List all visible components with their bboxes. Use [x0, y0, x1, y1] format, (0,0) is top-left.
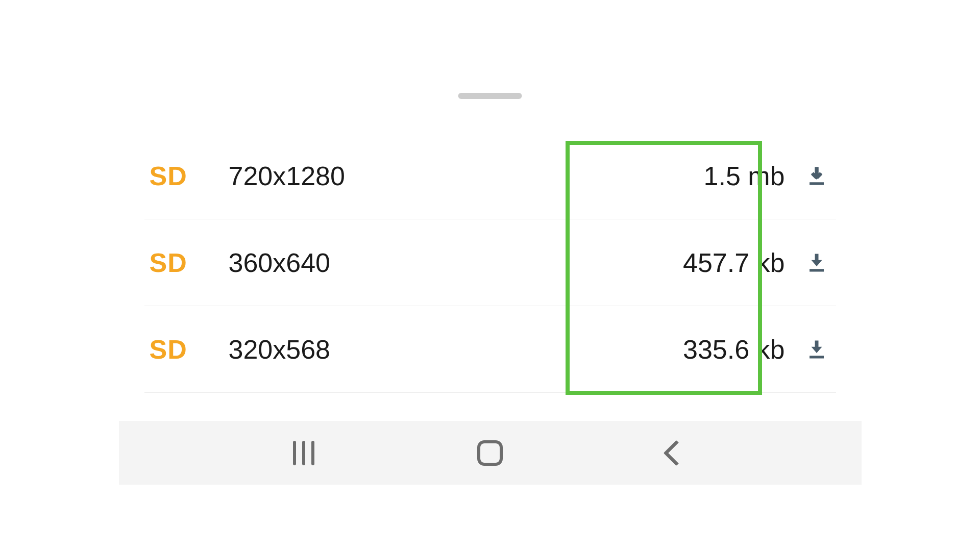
drag-handle[interactable]: [458, 93, 522, 99]
quality-badge: SD: [150, 161, 229, 191]
file-size-label: 1.5 mb: [704, 161, 785, 191]
svg-rect-5: [810, 269, 824, 271]
resolution-label: 320x568: [229, 334, 683, 365]
svg-rect-7: [815, 340, 819, 348]
svg-rect-2: [810, 182, 824, 185]
quality-badge: SD: [150, 334, 229, 365]
home-icon: [477, 440, 503, 466]
download-options-list: SD 720x1280 1.5 mb SD 360x640 457.7 kb: [119, 133, 862, 393]
file-size-label: 457.7 kb: [683, 247, 785, 278]
bottom-sheet-panel: SD 720x1280 1.5 mb SD 360x640 457.7 kb: [119, 66, 862, 485]
back-icon: [664, 440, 690, 466]
svg-rect-1: [815, 167, 819, 175]
recents-button[interactable]: [278, 438, 329, 468]
svg-rect-4: [815, 254, 819, 262]
system-nav-bar: [119, 421, 862, 485]
recents-icon: [293, 441, 314, 465]
home-button[interactable]: [464, 438, 516, 468]
list-item[interactable]: SD 360x640 457.7 kb: [144, 219, 836, 306]
list-item[interactable]: SD 720x1280 1.5 mb: [144, 133, 836, 219]
download-icon: [806, 252, 827, 273]
download-icon: [806, 165, 827, 187]
svg-rect-8: [810, 356, 824, 358]
download-button[interactable]: [803, 335, 831, 363]
download-icon: [806, 339, 827, 360]
quality-badge: SD: [150, 247, 229, 278]
back-button[interactable]: [651, 438, 702, 468]
file-size-label: 335.6 kb: [683, 334, 785, 365]
resolution-label: 720x1280: [229, 161, 704, 191]
download-button[interactable]: [803, 162, 831, 190]
resolution-label: 360x640: [229, 247, 683, 278]
download-button[interactable]: [803, 248, 831, 277]
list-item[interactable]: SD 320x568 335.6 kb: [144, 306, 836, 393]
